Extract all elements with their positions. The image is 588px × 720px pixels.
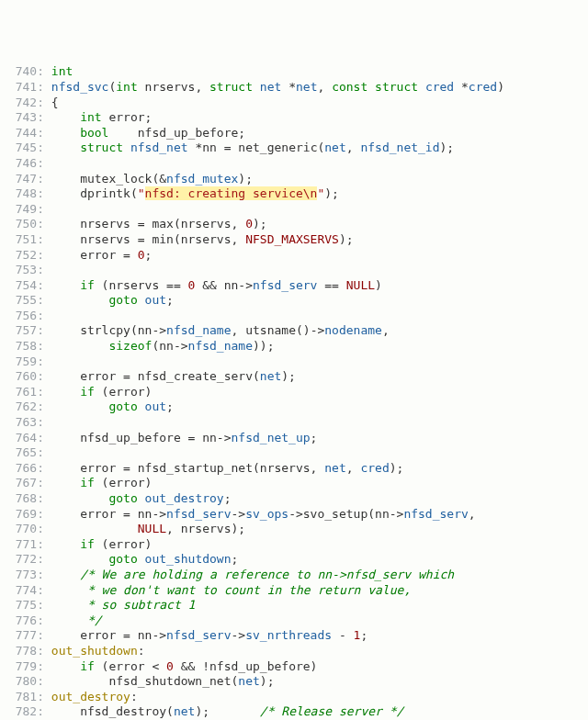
code-token: ); (260, 674, 275, 688)
code-token: ) (375, 278, 382, 292)
code-token (51, 552, 109, 566)
line-number: 747 (7, 172, 44, 187)
code-token: int (51, 64, 73, 78)
line-number: 761 (7, 385, 44, 400)
code-token: out (145, 293, 166, 307)
code-token (51, 385, 80, 399)
code-token (51, 537, 80, 551)
code-token: nrservs (145, 80, 196, 94)
code-token: nfsd_name (166, 323, 231, 337)
code-token: , (382, 323, 390, 337)
code-token: ; (311, 431, 318, 444)
code-token: nfsd_serv (166, 628, 231, 642)
code-line: 772 goto out_shutdown; (7, 552, 581, 568)
line-number: 771 (7, 537, 44, 553)
code-token: net (174, 704, 195, 718)
code-line: 749 (7, 202, 581, 218)
code-token: net (324, 141, 345, 154)
code-token: ( (130, 186, 138, 200)
code-token: cred (469, 80, 497, 94)
code-line: 746 (7, 156, 581, 172)
line-number: 778 (7, 644, 44, 659)
code-token: cred (425, 80, 461, 94)
code-token: struct (209, 80, 260, 94)
code-line: 752 error = 0; (7, 248, 581, 264)
code-token: error = (51, 369, 138, 383)
code-token: mutex_lock (80, 172, 152, 186)
code-token: if (80, 659, 95, 673)
line-number: 752 (7, 248, 44, 264)
code-token: NFSD_MAXSERVS (245, 232, 339, 246)
code-token: && nn-> (195, 278, 253, 292)
code-token: sv_nrthreads (245, 628, 332, 642)
line-number: 763 (7, 415, 44, 431)
line-number: 760 (7, 369, 44, 385)
code-token: dprintk (80, 186, 130, 200)
code-token: net (238, 674, 259, 688)
code-line: 765 (7, 445, 581, 461)
code-token: error = nn-> (51, 507, 166, 521)
code-token: * so subtract 1 (87, 598, 195, 612)
code-token: ); (253, 217, 267, 231)
code-token: ); (324, 186, 339, 200)
code-token: (nn-> (130, 323, 166, 337)
code-line: 766 error = nfsd_startup_net(nrservs, ne… (7, 461, 581, 477)
code-token (51, 339, 109, 353)
code-token: , nrservs); (166, 522, 245, 535)
code-token: /* We are holding a reference to nn->nfs… (80, 568, 454, 581)
code-token: , (469, 507, 476, 521)
code-token: ()-> (296, 323, 324, 337)
code-token: , (195, 80, 209, 94)
code-token: */ (87, 613, 102, 627)
code-token: int (80, 110, 108, 124)
code-line: 770 NULL, nrservs); (7, 522, 581, 537)
code-token: ( (253, 369, 260, 383)
code-line: 779 if (error < 0 && !nfsd_up_before) (7, 659, 581, 675)
code-line: 760 error = nfsd_create_serv(net); (7, 369, 581, 385)
code-token: nodename (324, 323, 382, 337)
line-number: 770 (7, 522, 44, 537)
code-token: (nrservs, (253, 461, 324, 475)
code-line: 774 * we don't want to count in the retu… (7, 583, 581, 599)
code-token: out_destroy (145, 491, 224, 505)
line-number: 756 (7, 309, 44, 324)
code-token: ; (360, 628, 368, 642)
code-token (138, 399, 145, 413)
line-number: 755 (7, 293, 44, 309)
code-line: 780 nfsd_shutdown_net(net); (7, 674, 581, 690)
line-number: 769 (7, 507, 44, 523)
code-token: utsname (245, 323, 296, 337)
code-line: 740 int (7, 64, 581, 80)
code-token: sizeof (108, 339, 152, 353)
code-token: nfsd_name (188, 339, 253, 353)
code-token: , (346, 461, 361, 475)
line-number: 741 (7, 80, 44, 96)
code-line: 750 nrservs = max(nrservs, 0); (7, 217, 581, 232)
code-token: max (152, 217, 173, 231)
code-token: min (152, 232, 173, 246)
code-token: == (317, 278, 345, 292)
code-token: error (108, 110, 144, 124)
code-token (51, 445, 59, 459)
code-token: nfsd_create_serv (138, 369, 253, 383)
code-token: out_shutdown (51, 644, 138, 658)
code-token: )); (253, 339, 274, 353)
code-token: nfsd_svc (51, 80, 109, 94)
code-line: 777 error = nn->nfsd_serv->sv_nrthreads … (7, 628, 581, 644)
code-token: * (288, 80, 296, 94)
code-token: net (324, 461, 345, 475)
code-line: 756 (7, 309, 581, 324)
line-number: 749 (7, 202, 44, 218)
code-token: net (260, 80, 288, 94)
code-token: (nrservs, (174, 232, 245, 246)
code-token: const struct (332, 80, 425, 94)
code-token: error = (51, 248, 138, 262)
line-number: 773 (7, 568, 44, 583)
code-token: ); (195, 704, 259, 718)
code-line: 751 nrservs = min(nrservs, NFSD_MAXSERVS… (7, 232, 581, 248)
code-token (51, 126, 80, 140)
code-line: 771 if (error) (7, 537, 581, 553)
code-token (138, 491, 145, 505)
code-line: 776 */ (7, 613, 581, 629)
code-token: -> (232, 507, 246, 521)
